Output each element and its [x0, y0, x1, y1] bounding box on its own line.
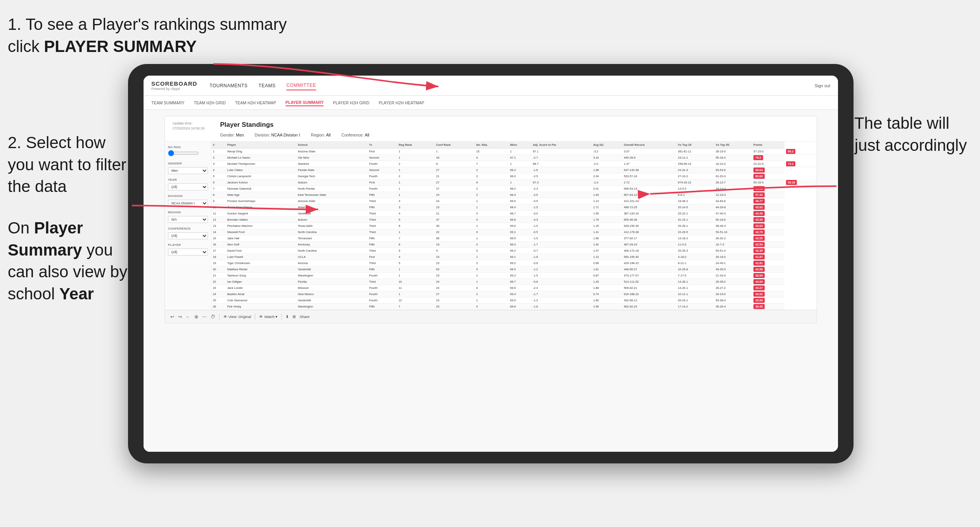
- table-cell: 44-64-6: [714, 198, 752, 204]
- table-cell: 68.3: [509, 192, 532, 198]
- col-overall: Overall Record: [622, 142, 676, 149]
- table-cell: 2.01: [592, 186, 622, 192]
- table-cell: 0: [474, 242, 508, 248]
- subnav-team-h2h-grid[interactable]: TEAM H2H GRID: [194, 100, 226, 106]
- table-cell: 19: [211, 260, 226, 266]
- table-cell: 10-11-1: [676, 291, 714, 297]
- table-cell: 27: [435, 167, 474, 173]
- table-cell: 25-22-1: [676, 211, 714, 217]
- table-cell: UCLA: [296, 254, 368, 260]
- col-adj-score: Adj. Score to Par: [531, 142, 591, 149]
- watch-btn[interactable]: 👁 Watch ▾: [259, 314, 277, 319]
- table-cell: 2: [474, 291, 508, 297]
- table-cell: -0.8: [531, 260, 591, 266]
- col-no-rds: No. Rds.: [474, 142, 508, 149]
- table-cell: 5: [474, 266, 508, 273]
- table-cell: 381-61-11: [676, 149, 714, 155]
- view-btn[interactable]: 👁 View: Original: [223, 314, 251, 319]
- table-cell: -1.0: [592, 180, 622, 186]
- table-cell: 1.71: [592, 204, 622, 211]
- subnav-team-summary[interactable]: TEAM SUMMARY: [151, 100, 185, 106]
- points-value: 41.87: [753, 254, 765, 259]
- share-btn[interactable]: Share: [300, 314, 309, 319]
- table-cell: Fifth: [367, 192, 397, 198]
- nav-tournaments[interactable]: TOURNAMENTS: [210, 81, 248, 90]
- subnav-team-h2h-heatmap[interactable]: TEAM H2H HEATMAP: [235, 100, 276, 106]
- table-cell: -1.7: [531, 242, 591, 248]
- back-icon[interactable]: ←: [186, 314, 190, 320]
- sidebar-player-select[interactable]: (All): [168, 249, 208, 256]
- table-cell: 23: [211, 285, 226, 291]
- table-cell: 12: [211, 217, 226, 223]
- sidebar-division-select[interactable]: NCAA Division I NCAA Division II NCAA Di…: [168, 200, 208, 207]
- table-cell: -2.3: [531, 285, 591, 291]
- col-rank: #: [211, 142, 226, 149]
- table-cell: North Carolina: [296, 248, 368, 254]
- download-btn[interactable]: ⬇: [286, 314, 289, 319]
- table-cell: Fifth: [367, 242, 397, 248]
- table-cell: 412-179-38: [622, 229, 676, 235]
- table-cell: Fifth: [367, 204, 397, 211]
- table-cell: 69.2: [509, 273, 532, 279]
- sidebar-conference-section: Conference (All): [168, 227, 208, 239]
- points-value: 40.98: [753, 267, 765, 272]
- watch-label: Watch ▾: [264, 314, 277, 319]
- table-cell: 0.96: [592, 260, 622, 266]
- table-row: 11Gordon SargentVanderbiltThird421068.7-…: [211, 211, 817, 217]
- table-cell: -1.6: [531, 167, 591, 173]
- subnav-player-h2h-heatmap[interactable]: PLAYER H2H HEATMAP: [379, 100, 424, 106]
- sidebar-region-select[interactable]: N/A All: [168, 216, 208, 223]
- sidebar-gender-select[interactable]: Men Women: [168, 167, 208, 174]
- table-cell: 22-22-0: [752, 161, 784, 167]
- table-cell: -3.2: [592, 149, 622, 155]
- rids-slider[interactable]: [168, 150, 199, 156]
- table-cell: 13-18-2: [676, 235, 714, 242]
- nav-committee[interactable]: COMMITTEE: [286, 81, 316, 90]
- table-cell: 63: [435, 266, 474, 273]
- table-cell: Auburn: [296, 180, 368, 186]
- sidebar-rids-label: No Rds.: [168, 145, 208, 149]
- table-cell: 27: [435, 291, 474, 297]
- table-cell: Christo Lamprecht: [226, 173, 296, 180]
- grid-btn[interactable]: ⊞: [293, 314, 296, 319]
- table-cell: 1: [397, 192, 435, 198]
- annotation-3: 3. The table will adjust accordingly: [836, 112, 972, 156]
- table-cell: 3: [397, 198, 435, 204]
- table-cell: 22-29-5: [676, 229, 714, 235]
- table-cell: 7: [397, 304, 435, 310]
- sidebar-year-select[interactable]: (All) First Second Third Fourth Fifth: [168, 183, 208, 190]
- table-cell: 14-5-3: [676, 186, 714, 192]
- table-cell: -1.2: [531, 266, 591, 273]
- table-cell: 68.5: [509, 235, 532, 242]
- table-cell: 24-10-4: [714, 186, 752, 192]
- points-value: 46.77: [753, 199, 765, 204]
- sidebar-player-label: Player: [168, 243, 208, 247]
- clock-icon[interactable]: ⏱: [211, 314, 215, 320]
- table-cell: 1.98: [592, 167, 622, 173]
- table-cell: 1.56: [592, 304, 622, 310]
- redo-icon[interactable]: ↪: [178, 314, 182, 320]
- sidebar-conference-select[interactable]: (All): [168, 232, 208, 239]
- table-cell: 69.2: [509, 248, 532, 254]
- nav-signout[interactable]: Sign out: [815, 83, 830, 88]
- table-cell: 2: [474, 260, 508, 266]
- points-value: 45.92: [753, 205, 765, 210]
- table-row: 22Ian GilliganFloridaThird1024168.7-0.81…: [211, 279, 817, 285]
- subnav-player-summary[interactable]: PLAYER SUMMARY: [286, 99, 324, 106]
- table-cell: 43.49: [752, 211, 784, 217]
- logo-text: SCOREBOARD: [151, 80, 197, 87]
- table-cell: 45.92: [752, 204, 784, 211]
- subnav-player-h2h-grid[interactable]: PLAYER H2H GRID: [333, 100, 369, 106]
- table-cell: 1.47: [622, 161, 676, 167]
- table-cell: 448-85-27: [622, 266, 676, 273]
- copy-icon[interactable]: ⊕: [194, 314, 198, 320]
- table-cell: 20: [211, 266, 226, 273]
- undo-icon[interactable]: ↩: [170, 314, 174, 320]
- table-cell: Second: [367, 155, 397, 161]
- table-cell: 2: [397, 161, 435, 167]
- more-icon[interactable]: ⋯: [202, 314, 207, 320]
- table-cell: -1.8: [531, 254, 591, 260]
- nav-teams[interactable]: TEAMS: [258, 81, 275, 90]
- table-cell: 21: [211, 273, 226, 279]
- gender-filter: Gender: Men: [220, 133, 244, 137]
